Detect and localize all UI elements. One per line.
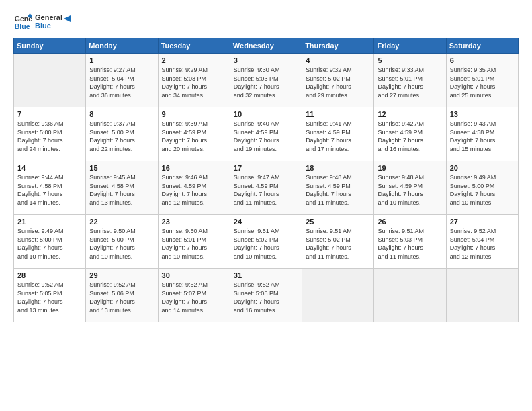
logo-text-blue: Blue [35,21,62,30]
weekday-header: Saturday [446,38,518,54]
calendar-cell: 4Sunrise: 9:32 AM Sunset: 5:02 PM Daylig… [302,54,374,107]
day-info: Sunrise: 9:32 AM Sunset: 5:02 PM Dayligh… [306,66,370,99]
logo-text-general: General [35,13,62,21]
day-info: Sunrise: 9:52 AM Sunset: 5:05 PM Dayligh… [17,281,82,314]
calendar-cell: 6Sunrise: 9:35 AM Sunset: 5:01 PM Daylig… [446,54,518,107]
day-info: Sunrise: 9:51 AM Sunset: 5:02 PM Dayligh… [306,227,370,261]
day-info: Sunrise: 9:39 AM Sunset: 4:59 PM Dayligh… [162,120,226,153]
day-number: 27 [450,218,515,226]
day-number: 25 [306,218,370,226]
calendar-cell: 21Sunrise: 9:49 AM Sunset: 5:00 PM Dayli… [14,215,86,269]
day-info: Sunrise: 9:48 AM Sunset: 4:59 PM Dayligh… [378,173,442,207]
day-info: Sunrise: 9:43 AM Sunset: 4:58 PM Dayligh… [450,120,515,153]
day-number: 2 [162,56,226,64]
day-info: Sunrise: 9:46 AM Sunset: 4:59 PM Dayligh… [162,173,226,207]
day-number: 20 [450,164,515,172]
day-info: Sunrise: 9:45 AM Sunset: 4:58 PM Dayligh… [89,173,154,207]
calendar-header-row: SundayMondayTuesdayWednesdayThursdayFrid… [14,38,519,54]
day-info: Sunrise: 9:42 AM Sunset: 4:59 PM Dayligh… [378,120,442,153]
calendar-week-row: 14Sunrise: 9:44 AM Sunset: 4:58 PM Dayli… [14,161,519,215]
day-info: Sunrise: 9:40 AM Sunset: 4:59 PM Dayligh… [234,120,298,153]
calendar-cell: 22Sunrise: 9:50 AM Sunset: 5:00 PM Dayli… [86,215,158,269]
calendar-cell: 8Sunrise: 9:37 AM Sunset: 5:00 PM Daylig… [86,107,158,161]
day-info: Sunrise: 9:50 AM Sunset: 5:01 PM Dayligh… [162,227,226,261]
day-number: 30 [162,271,226,279]
day-number: 9 [162,110,226,118]
day-info: Sunrise: 9:48 AM Sunset: 4:59 PM Dayligh… [306,173,370,207]
day-info: Sunrise: 9:41 AM Sunset: 4:59 PM Dayligh… [306,120,370,153]
day-info: Sunrise: 9:52 AM Sunset: 5:06 PM Dayligh… [89,281,154,314]
day-number: 4 [306,56,370,64]
calendar-cell: 17Sunrise: 9:47 AM Sunset: 4:59 PM Dayli… [230,161,302,215]
calendar-cell: 19Sunrise: 9:48 AM Sunset: 4:59 PM Dayli… [374,161,446,215]
day-number: 16 [162,164,226,172]
day-number: 11 [306,110,370,118]
day-info: Sunrise: 9:51 AM Sunset: 5:02 PM Dayligh… [234,227,298,261]
calendar-cell: 5Sunrise: 9:33 AM Sunset: 5:01 PM Daylig… [374,54,446,107]
page: General Blue General Blue SundayMondayTu… [0,0,532,411]
day-number: 28 [17,271,82,279]
day-number: 15 [89,164,154,172]
day-number: 3 [234,56,298,64]
day-info: Sunrise: 9:52 AM Sunset: 5:04 PM Dayligh… [450,227,515,261]
day-info: Sunrise: 9:52 AM Sunset: 5:08 PM Dayligh… [234,281,298,314]
calendar-cell: 23Sunrise: 9:50 AM Sunset: 5:01 PM Dayli… [158,215,230,269]
calendar-cell: 11Sunrise: 9:41 AM Sunset: 4:59 PM Dayli… [302,107,374,161]
svg-marker-4 [64,15,71,22]
calendar-cell: 27Sunrise: 9:52 AM Sunset: 5:04 PM Dayli… [446,215,518,269]
weekday-header: Sunday [14,38,86,54]
calendar-cell: 10Sunrise: 9:40 AM Sunset: 4:59 PM Dayli… [230,107,302,161]
day-number: 22 [89,218,154,226]
day-number: 7 [17,110,82,118]
day-number: 23 [162,218,226,226]
day-number: 31 [234,271,298,279]
calendar-cell: 26Sunrise: 9:51 AM Sunset: 5:03 PM Dayli… [374,215,446,269]
logo-icon: General Blue [13,12,32,31]
calendar-cell: 24Sunrise: 9:51 AM Sunset: 5:02 PM Dayli… [230,215,302,269]
calendar-table: SundayMondayTuesdayWednesdayThursdayFrid… [13,38,519,322]
calendar-cell: 20Sunrise: 9:49 AM Sunset: 5:00 PM Dayli… [446,161,518,215]
day-number: 5 [378,56,442,64]
calendar-cell [374,269,446,322]
calendar-cell: 16Sunrise: 9:46 AM Sunset: 4:59 PM Dayli… [158,161,230,215]
day-info: Sunrise: 9:33 AM Sunset: 5:01 PM Dayligh… [378,66,442,99]
calendar-cell: 29Sunrise: 9:52 AM Sunset: 5:06 PM Dayli… [86,269,158,322]
day-info: Sunrise: 9:27 AM Sunset: 5:04 PM Dayligh… [89,66,154,99]
weekday-header: Thursday [302,38,374,54]
day-info: Sunrise: 9:50 AM Sunset: 5:00 PM Dayligh… [89,227,154,261]
day-info: Sunrise: 9:36 AM Sunset: 5:00 PM Dayligh… [17,120,82,153]
day-info: Sunrise: 9:44 AM Sunset: 4:58 PM Dayligh… [17,173,82,207]
calendar-cell: 30Sunrise: 9:52 AM Sunset: 5:07 PM Dayli… [158,269,230,322]
weekday-header: Friday [374,38,446,54]
day-number: 26 [378,218,442,226]
day-number: 24 [234,218,298,226]
calendar-cell: 25Sunrise: 9:51 AM Sunset: 5:02 PM Dayli… [302,215,374,269]
calendar-cell: 15Sunrise: 9:45 AM Sunset: 4:58 PM Dayli… [86,161,158,215]
calendar-cell: 13Sunrise: 9:43 AM Sunset: 4:58 PM Dayli… [446,107,518,161]
calendar-cell: 3Sunrise: 9:30 AM Sunset: 5:03 PM Daylig… [230,54,302,107]
day-number: 21 [17,218,82,226]
weekday-header: Monday [86,38,158,54]
calendar-cell [14,54,86,107]
calendar-cell: 9Sunrise: 9:39 AM Sunset: 4:59 PM Daylig… [158,107,230,161]
weekday-header: Wednesday [230,38,302,54]
day-info: Sunrise: 9:35 AM Sunset: 5:01 PM Dayligh… [450,66,515,99]
calendar-cell: 28Sunrise: 9:52 AM Sunset: 5:05 PM Dayli… [14,269,86,322]
calendar-cell: 18Sunrise: 9:48 AM Sunset: 4:59 PM Dayli… [302,161,374,215]
calendar-cell: 7Sunrise: 9:36 AM Sunset: 5:00 PM Daylig… [14,107,86,161]
calendar-week-row: 28Sunrise: 9:52 AM Sunset: 5:05 PM Dayli… [14,269,519,322]
day-number: 13 [450,110,515,118]
day-info: Sunrise: 9:52 AM Sunset: 5:07 PM Dayligh… [162,281,226,314]
day-number: 1 [89,56,154,64]
logo: General Blue General Blue [13,12,73,31]
day-number: 14 [17,164,82,172]
day-number: 19 [378,164,442,172]
calendar-week-row: 21Sunrise: 9:49 AM Sunset: 5:00 PM Dayli… [14,215,519,269]
calendar-week-row: 1Sunrise: 9:27 AM Sunset: 5:04 PM Daylig… [14,54,519,107]
calendar-cell [302,269,374,322]
calendar-cell: 31Sunrise: 9:52 AM Sunset: 5:08 PM Dayli… [230,269,302,322]
weekday-header: Tuesday [158,38,230,54]
day-number: 6 [450,56,515,64]
day-number: 17 [234,164,298,172]
calendar-cell: 1Sunrise: 9:27 AM Sunset: 5:04 PM Daylig… [86,54,158,107]
